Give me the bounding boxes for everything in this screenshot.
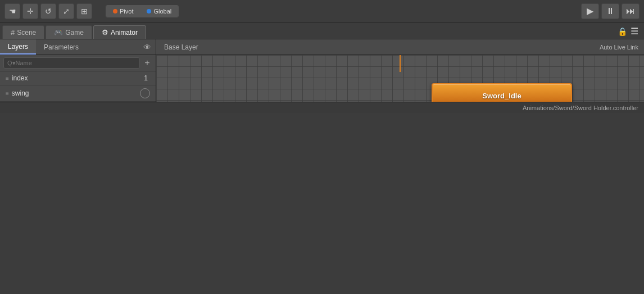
left-subtabs: Layers Parameters 👁 [0, 39, 156, 55]
content-area: Layers Parameters 👁 Base Layer Auto Live… [0, 39, 644, 102]
move-tool[interactable]: ✛ [22, 3, 38, 19]
lock-icon[interactable]: 🔒 [618, 27, 627, 36]
animator-tabbar: Layers Parameters 👁 Base Layer Auto Live… [0, 39, 644, 55]
base-layer-label: Base Layer [164, 43, 198, 51]
global-dot [147, 9, 151, 13]
rotate-tool[interactable]: ↺ [40, 3, 56, 19]
search-row: + [0, 55, 156, 71]
scale-tool[interactable]: ⤢ [58, 3, 74, 19]
global-button[interactable]: Global [140, 6, 178, 17]
tab-animator-label: Animator [111, 29, 138, 37]
param-toggle-swing[interactable] [140, 88, 150, 98]
state-sword-idle[interactable]: Sword_Idle [432, 83, 572, 102]
controller-path: Animations/Sword/Sword Holder.controller [523, 105, 638, 111]
param-row-swing[interactable]: ≡ swing [0, 85, 156, 102]
tab-game-label: Game [65, 29, 84, 37]
parameters-label: Parameters [44, 43, 79, 51]
drag-handle-index: ≡ [6, 75, 8, 82]
animator-canvas[interactable]: Sword_Idle Sword_Swing_1 Sword_Swing_2 [156, 55, 644, 102]
param-value-index: 1 [144, 74, 148, 82]
state-idle-label: Sword_Idle [482, 92, 521, 100]
toolbar: ☚ ✛ ↺ ⤢ ⊞ Pivot Global ▶ ⏸ ⏭ [0, 0, 644, 22]
hand-tool[interactable]: ☚ [4, 3, 20, 19]
tab-bar: # Scene 🎮 Game ⚙ Animator 🔒 ☰ [0, 22, 644, 39]
pause-button[interactable]: ⏸ [601, 3, 619, 19]
layers-label: Layers [8, 43, 28, 51]
subtab-parameters[interactable]: Parameters [36, 39, 87, 55]
base-layer-tab[interactable]: Base Layer [156, 39, 206, 55]
rect-tool[interactable]: ⊞ [76, 3, 92, 19]
search-input[interactable] [3, 57, 140, 69]
drag-handle-swing: ≡ [6, 91, 8, 97]
pivot-button[interactable]: Pivot [106, 6, 140, 17]
tab-menu-icon[interactable]: ☰ [631, 26, 638, 37]
animator-icon: ⚙ [102, 28, 108, 37]
param-row-index[interactable]: ≡ index 1 [0, 71, 156, 85]
auto-live-link-button[interactable]: Auto Live Link [594, 44, 644, 51]
status-bar: Animations/Sword/Sword Holder.controller [0, 102, 644, 113]
tab-animator[interactable]: ⚙ Animator [93, 25, 146, 39]
param-name-index: index [12, 74, 144, 82]
left-panel: + ≡ index 1 ≡ swing [0, 55, 156, 102]
tab-game[interactable]: 🎮 Game [46, 25, 92, 39]
pivot-global-toggle: Pivot Global [106, 5, 179, 17]
game-icon: 🎮 [54, 28, 63, 37]
global-label: Global [153, 8, 171, 15]
param-name-swing: swing [12, 89, 140, 97]
play-button[interactable]: ▶ [581, 3, 599, 19]
playback-controls: ▶ ⏸ ⏭ [581, 3, 640, 19]
main-panels: + ≡ index 1 ≡ swing [0, 55, 644, 102]
tab-bar-right: 🔒 ☰ [614, 26, 642, 39]
add-parameter-button[interactable]: + [142, 58, 152, 68]
pivot-label: Pivot [120, 8, 133, 15]
playhead-line [400, 55, 401, 72]
step-button[interactable]: ⏭ [622, 3, 640, 19]
tab-scene[interactable]: # Scene [2, 25, 44, 39]
subtab-layers[interactable]: Layers [0, 39, 36, 55]
scene-icon: # [11, 28, 15, 37]
pivot-dot [113, 9, 117, 13]
tab-scene-label: Scene [17, 29, 36, 37]
visibility-icon[interactable]: 👁 [139, 40, 156, 54]
